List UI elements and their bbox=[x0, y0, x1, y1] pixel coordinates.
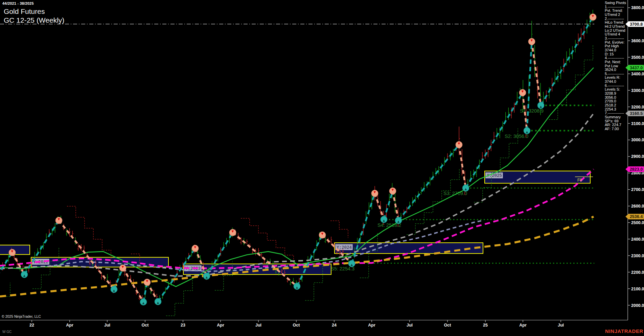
pivot-marker-glyph: ▲ bbox=[382, 218, 386, 222]
time-tick-label: 25 bbox=[483, 323, 488, 328]
magenta-ma-marker-text: 2823.0 bbox=[630, 167, 643, 172]
time-tick-label: Oct bbox=[142, 323, 149, 328]
panel-line: Summary bbox=[605, 115, 642, 119]
pivot-marker-glyph: ▲ bbox=[464, 187, 468, 191]
instrument-title: Gold Futures bbox=[4, 7, 45, 16]
pivot-marker-glyph: ▼ bbox=[321, 232, 324, 236]
pivot-marker-glyph: ▲ bbox=[525, 130, 529, 134]
pivot-marker-glyph: ▼ bbox=[521, 89, 525, 93]
pivot-marker-glyph: ▼ bbox=[530, 38, 534, 42]
pivot-marker-glyph: ▼ bbox=[591, 14, 595, 18]
time-tick-label: Apr bbox=[519, 323, 527, 328]
copyright-text: © 2025 NinjaTrader, LLC bbox=[2, 314, 41, 318]
price-tick-label: 2300.0 bbox=[631, 254, 644, 258]
panel-line: 3744.0 bbox=[605, 48, 642, 52]
pivot-marker-glyph: ▼ bbox=[121, 265, 125, 269]
pivot-marker-glyph: ▼ bbox=[145, 279, 149, 283]
time-tick-label: Oct bbox=[444, 323, 452, 328]
price-tick-label: 2700.0 bbox=[631, 187, 644, 192]
time-tick-label: Apr bbox=[217, 323, 224, 328]
year-box-label: Y:2024 bbox=[337, 245, 352, 250]
panel-line: UTrend 2 bbox=[605, 13, 642, 17]
support-level-label: S2: 3056.0 bbox=[505, 134, 528, 139]
ninjatrader-logo: NINJATRADER bbox=[605, 328, 643, 334]
chart-background bbox=[0, 0, 644, 336]
series-watermark: W GC bbox=[2, 330, 12, 334]
price-tick-label: 2400.0 bbox=[631, 237, 644, 242]
pivot-marker-glyph: ▲ bbox=[539, 104, 543, 109]
year-box-label: Y:2025 bbox=[487, 173, 502, 178]
swing-pivots-info-panel: Swing Pivots1.-------------Pvt. Trend:UT… bbox=[605, 1, 642, 131]
date-range-label: 44/2021 - 38/2025 bbox=[2, 1, 34, 5]
panel-line: 2518.2 bbox=[605, 103, 642, 107]
price-tick-label: 2100.0 bbox=[631, 287, 644, 291]
time-tick-label: Oct bbox=[293, 323, 300, 328]
price-tick-label: 2000.0 bbox=[631, 303, 644, 308]
panel-line: Pvt. Next: bbox=[605, 60, 642, 64]
time-tick-label: Apr bbox=[368, 323, 375, 328]
time-tick-label: Apr bbox=[66, 323, 73, 328]
pivot-marker-glyph: ▲ bbox=[350, 263, 354, 267]
time-tick-label: 22 bbox=[29, 323, 34, 328]
time-tick-label: Jul bbox=[407, 323, 413, 328]
price-tick-label: 2200.0 bbox=[631, 270, 644, 275]
pivot-marker-glyph: ▼ bbox=[193, 245, 197, 249]
pivot-marker-glyph: ▼ bbox=[457, 141, 461, 145]
time-tick-label: Jul bbox=[558, 323, 564, 328]
pivot-marker-glyph: ▲ bbox=[205, 275, 209, 279]
pivot-marker-glyph: ▲ bbox=[112, 288, 116, 292]
time-tick-label: 24 bbox=[332, 323, 337, 328]
time-tick-label: Jul bbox=[104, 323, 110, 328]
contract-subtitle: GC 12-25 (Weekly) bbox=[4, 16, 64, 24]
panel-line: AF: 7.00 bbox=[605, 127, 642, 131]
time-tick-label: 23 bbox=[181, 323, 185, 328]
time-tick-label: Jul bbox=[255, 323, 261, 328]
panel-line: 3.------------- bbox=[605, 37, 642, 41]
panel-line: Swing Pivots bbox=[605, 1, 642, 5]
pivot-marker-glyph: ▼ bbox=[10, 249, 14, 253]
price-tick-label: 2600.0 bbox=[631, 204, 644, 209]
pivot-marker-glyph: ▲ bbox=[156, 301, 160, 305]
pivot-marker-glyph: ▲ bbox=[23, 273, 26, 278]
support-level-label: S3: 2709.0 bbox=[443, 191, 467, 196]
chart-window: Y:2022Y:2023Y:2024Y:2025S1: 3208.9S2: 30… bbox=[0, 0, 644, 336]
pivot-marker-glyph: ▲ bbox=[397, 219, 400, 223]
gold-ma-marker-text: 2536.4 bbox=[630, 214, 643, 219]
price-tick-label: 3000.0 bbox=[631, 138, 644, 142]
pivot-marker-glyph: ▼ bbox=[57, 217, 61, 221]
panel-line: 3208.9 bbox=[605, 92, 642, 96]
pivot-marker-glyph: ▼ bbox=[391, 188, 395, 192]
price-tick-label: 2500.0 bbox=[631, 220, 644, 225]
panel-line: Hi:2 UTrend bbox=[605, 25, 642, 29]
pivot-marker-glyph: ▼ bbox=[231, 229, 235, 233]
f0-label: F0 bbox=[577, 178, 582, 183]
pivot-marker-glyph: ▲ bbox=[142, 301, 145, 305]
price-chart[interactable]: Y:2022Y:2023Y:2024Y:2025S1: 3208.9S2: 30… bbox=[0, 0, 644, 336]
pivot-marker-glyph: ▲ bbox=[295, 285, 299, 289]
pivot-marker-glyph: ▼ bbox=[373, 190, 377, 194]
price-tick-label: 2900.0 bbox=[631, 154, 644, 159]
support-level-label: S1: 3208.9 bbox=[520, 108, 544, 114]
